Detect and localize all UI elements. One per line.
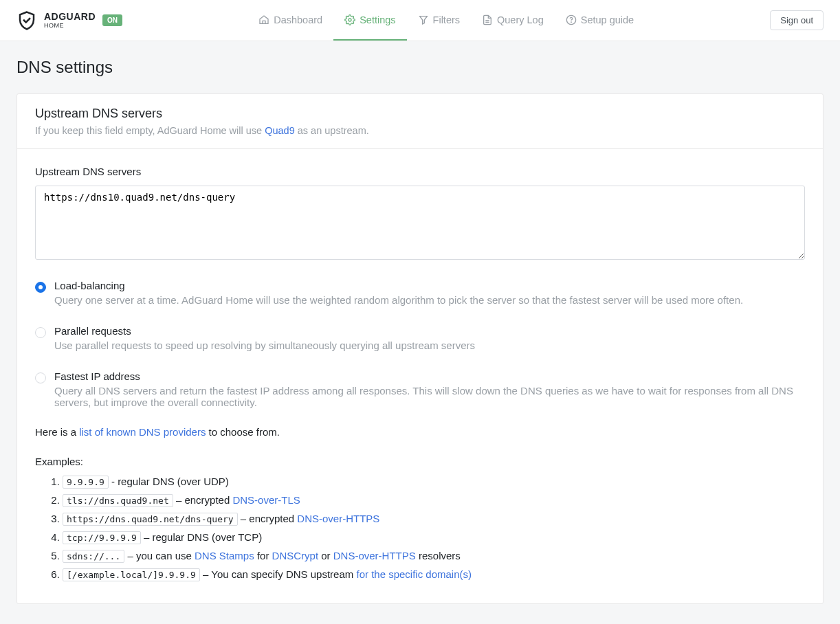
- radio-title: Load-balancing: [54, 280, 743, 291]
- upstream-label: Upstream DNS servers: [35, 166, 805, 177]
- nav-label: Query Log: [497, 14, 544, 25]
- example-text: or: [318, 550, 333, 561]
- page-title: DNS settings: [16, 58, 824, 77]
- card-body: Upstream DNS servers Load-balancing Quer…: [17, 149, 823, 603]
- filter-icon: [418, 14, 429, 25]
- specific-domain-link[interactable]: for the specific domain(s): [356, 568, 472, 580]
- home-icon: [258, 14, 269, 25]
- example-item: [/example.local/]9.9.9.9 – You can speci…: [63, 568, 805, 580]
- radio-desc: Use parallel requests to speed up resolv…: [54, 339, 475, 351]
- example-item: 9.9.9.9 - regular DNS (over UDP): [63, 476, 805, 487]
- page-content: DNS settings Upstream DNS servers If you…: [0, 41, 840, 621]
- examples-list: 9.9.9.9 - regular DNS (over UDP) tls://d…: [35, 476, 805, 580]
- text: to choose from.: [206, 426, 280, 438]
- brand-sub: HOME: [44, 23, 96, 29]
- main-nav: Dashboard Settings Filters Query Log Set…: [247, 0, 645, 41]
- example-text: for: [254, 550, 272, 561]
- example-item: tcp://9.9.9.9 – regular DNS (over TCP): [63, 531, 805, 543]
- example-code: tls://dns.quad9.net: [63, 494, 173, 507]
- dns-over-https-link[interactable]: DNS-over-HTTPS: [297, 513, 379, 524]
- example-code: https://dns.quad9.net/dns-query: [63, 513, 238, 526]
- subtitle-text: If you keep this field empty, AdGuard Ho…: [35, 125, 265, 136]
- svg-point-0: [349, 19, 351, 21]
- quad9-link[interactable]: Quad9: [265, 125, 295, 136]
- nav-query-log[interactable]: Query Log: [471, 0, 555, 41]
- example-text: – you can use: [124, 550, 195, 561]
- radio-title: Parallel requests: [54, 325, 475, 337]
- nav-filters[interactable]: Filters: [407, 0, 471, 41]
- example-text: – regular DNS (over TCP): [141, 531, 262, 543]
- brand-main: ADGUARD: [44, 12, 96, 21]
- example-item: sdns://... – you can use DNS Stamps for …: [63, 550, 805, 561]
- card-subtitle: If you keep this field empty, AdGuard Ho…: [35, 125, 805, 136]
- nav-label: Settings: [360, 14, 395, 25]
- nav-dashboard[interactable]: Dashboard: [247, 0, 333, 41]
- example-item: tls://dns.quad9.net – encrypted DNS-over…: [63, 494, 805, 506]
- upstream-card: Upstream DNS servers If you keep this fi…: [16, 93, 824, 604]
- document-icon: [482, 14, 493, 25]
- example-text: – You can specify DNS upstream: [200, 568, 357, 580]
- radio-load-balancing[interactable]: Load-balancing Query one server at a tim…: [35, 280, 805, 306]
- radio-parallel[interactable]: Parallel requests Use parallel requests …: [35, 325, 805, 351]
- examples-heading: Examples:: [35, 456, 805, 467]
- mode-radio-group: Load-balancing Query one server at a tim…: [35, 280, 805, 408]
- example-code: sdns://...: [63, 550, 124, 563]
- radio-fastest[interactable]: Fastest IP address Query all DNS servers…: [35, 370, 805, 408]
- dns-stamps-link[interactable]: DNS Stamps: [195, 550, 254, 561]
- radio-desc: Query one server at a time. AdGuard Home…: [54, 294, 743, 306]
- gear-icon: [344, 14, 355, 25]
- nav-label: Filters: [433, 14, 460, 25]
- dns-over-https-link[interactable]: DNS-over-HTTPS: [333, 550, 416, 561]
- example-item: https://dns.quad9.net/dns-query – encryp…: [63, 513, 805, 524]
- upstream-textarea[interactable]: [35, 186, 805, 260]
- radio-icon: [35, 327, 46, 338]
- logo-area[interactable]: ADGUARD HOME ON: [16, 10, 122, 31]
- text: Here is a: [35, 426, 79, 438]
- dnscrypt-link[interactable]: DNSCrypt: [272, 550, 319, 561]
- status-badge: ON: [102, 14, 122, 26]
- nav-setup-guide[interactable]: Setup guide: [555, 0, 645, 41]
- dns-over-tls-link[interactable]: DNS-over-TLS: [232, 494, 300, 506]
- nav-label: Dashboard: [274, 14, 322, 25]
- help-icon: [566, 14, 577, 25]
- nav-label: Setup guide: [581, 14, 634, 25]
- svg-point-2: [571, 22, 571, 23]
- subtitle-text: as an upstream.: [295, 125, 369, 136]
- radio-desc: Query all DNS servers and return the fas…: [54, 385, 805, 408]
- providers-link[interactable]: list of known DNS providers: [79, 426, 206, 438]
- sign-out-button[interactable]: Sign out: [770, 10, 824, 30]
- example-text: resolvers: [416, 550, 461, 561]
- example-text: - regular DNS (over UDP): [109, 476, 229, 487]
- example-code: tcp://9.9.9.9: [63, 531, 141, 544]
- nav-settings[interactable]: Settings: [333, 0, 406, 41]
- example-text: – encrypted: [238, 513, 298, 524]
- example-code: 9.9.9.9: [63, 476, 109, 489]
- providers-line: Here is a list of known DNS providers to…: [35, 426, 805, 438]
- app-header: ADGUARD HOME ON Dashboard Settings Filte…: [0, 0, 840, 41]
- card-title: Upstream DNS servers: [35, 107, 805, 121]
- example-text: – encrypted: [173, 494, 233, 506]
- radio-icon: [35, 372, 46, 383]
- radio-title: Fastest IP address: [54, 370, 805, 382]
- example-code: [/example.local/]9.9.9.9: [63, 568, 200, 581]
- radio-icon: [35, 282, 46, 293]
- shield-icon: [16, 10, 37, 31]
- card-header: Upstream DNS servers If you keep this fi…: [17, 94, 823, 149]
